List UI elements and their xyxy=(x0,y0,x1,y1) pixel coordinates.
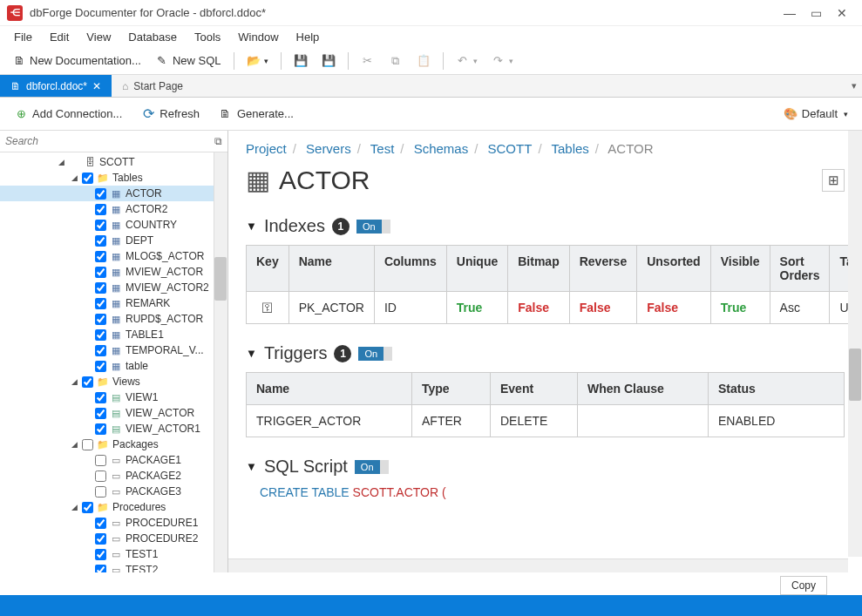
breadcrumb-servers[interactable]: Servers xyxy=(306,141,351,156)
tree-node[interactable]: ◢📁Procedures xyxy=(0,499,227,515)
expand-icon[interactable]: ◢ xyxy=(69,173,79,182)
save-button[interactable]: 💾 xyxy=(288,51,313,71)
include-checkbox[interactable] xyxy=(95,235,106,247)
tree-node[interactable]: ▦MVIEW_ACTOR xyxy=(0,264,227,280)
layout-toggle-button[interactable]: ⊞ xyxy=(822,169,845,192)
tree-node[interactable]: ▭TEST2 xyxy=(0,562,227,572)
menu-help[interactable]: Help xyxy=(289,28,327,46)
search-input[interactable] xyxy=(0,132,208,151)
breadcrumb-schemas[interactable]: Schemas xyxy=(414,141,469,156)
expand-icon[interactable]: ◢ xyxy=(69,377,79,386)
include-checkbox[interactable] xyxy=(95,329,106,341)
cut-button[interactable]: ✂ xyxy=(356,51,380,71)
tree-node[interactable]: ▦COUNTRY xyxy=(0,217,227,233)
include-checkbox[interactable] xyxy=(95,486,106,498)
menu-edit[interactable]: Edit xyxy=(43,28,76,46)
new-documentation-button[interactable]: 🗎New Documentation... xyxy=(7,51,146,71)
tab-start-page[interactable]: ⌂ Start Page xyxy=(112,75,193,97)
tree-node[interactable]: ▦ACTOR xyxy=(0,186,227,201)
include-checkbox[interactable] xyxy=(95,314,106,325)
tree-node[interactable]: ▦DEPT xyxy=(0,233,227,248)
tree-node[interactable]: ◢📁Tables xyxy=(0,170,227,186)
include-checkbox[interactable] xyxy=(95,533,106,545)
expand-icon[interactable]: ◢ xyxy=(69,440,79,449)
menu-tools[interactable]: Tools xyxy=(187,28,227,46)
include-checkbox[interactable] xyxy=(95,251,106,262)
tree-node[interactable]: ◢🗄SCOTT xyxy=(0,154,227,170)
index-row[interactable]: ⚿ PK_ACTOR ID True False False False Tru… xyxy=(247,292,863,324)
new-sql-button[interactable]: ✎New SQL xyxy=(150,51,227,71)
tree-node[interactable]: ▭PROCEDURE1 xyxy=(0,515,227,531)
include-checkbox[interactable] xyxy=(95,298,106,309)
add-connection-button[interactable]: ⊕Add Connection... xyxy=(7,104,129,125)
close-tab-icon[interactable]: ✕ xyxy=(92,80,101,92)
include-checkbox[interactable] xyxy=(95,470,106,482)
tree-node[interactable]: ▤VIEW_ACTOR1 xyxy=(0,421,227,437)
include-checkbox[interactable] xyxy=(95,455,106,466)
menu-database[interactable]: Database xyxy=(121,28,184,46)
tree-node[interactable]: ▦RUPD$_ACTOR xyxy=(0,311,227,327)
tab-overflow-icon[interactable]: ▾ xyxy=(852,80,857,91)
breadcrumb-scott[interactable]: SCOTT xyxy=(488,141,533,156)
breadcrumb-test[interactable]: Test xyxy=(370,141,395,156)
tree-node[interactable]: ▦TEMPORAL_V... xyxy=(0,342,227,358)
tree-node[interactable]: ▦ACTOR2 xyxy=(0,201,227,217)
include-checkbox[interactable] xyxy=(95,361,106,372)
undo-button[interactable]: ↶▾ xyxy=(451,51,483,71)
tree-node[interactable]: ▦MLOG$_ACTOR xyxy=(0,248,227,264)
include-checkbox[interactable] xyxy=(95,282,106,294)
scrollbar-thumb[interactable] xyxy=(849,349,861,401)
collapse-indexes-icon[interactable]: ▼ xyxy=(246,220,257,233)
tree-node[interactable]: ▦TABLE1 xyxy=(0,327,227,342)
include-checkbox[interactable] xyxy=(95,549,106,560)
expand-icon[interactable]: ◢ xyxy=(69,503,79,511)
tree-scrollbar[interactable] xyxy=(214,152,227,572)
search-clone-icon[interactable]: ⧉ xyxy=(208,135,227,147)
include-checkbox[interactable] xyxy=(95,423,106,435)
copy-button[interactable]: Copy xyxy=(780,576,827,595)
maximize-button[interactable]: ▭ xyxy=(803,6,829,20)
tree-node[interactable]: ▭PACKAGE1 xyxy=(0,452,227,468)
copy-button[interactable]: ⧉ xyxy=(383,51,408,71)
sql-toggle[interactable]: On xyxy=(355,460,380,474)
include-checkbox[interactable] xyxy=(95,408,106,419)
tree-node[interactable]: ◢📁Views xyxy=(0,374,227,389)
include-checkbox[interactable] xyxy=(95,392,106,403)
menu-view[interactable]: View xyxy=(79,28,118,46)
theme-selector[interactable]: 🎨Default▾ xyxy=(777,104,855,125)
content-hscrollbar[interactable] xyxy=(228,558,848,572)
collapse-sql-icon[interactable]: ▼ xyxy=(246,460,257,473)
open-button[interactable]: 📂▾ xyxy=(241,51,274,71)
tree-node[interactable]: ▦REMARK xyxy=(0,295,227,311)
refresh-button[interactable]: ⟳Refresh xyxy=(134,104,207,125)
breadcrumb-tables[interactable]: Tables xyxy=(551,141,588,156)
include-checkbox[interactable] xyxy=(95,267,106,278)
tree-node[interactable]: ▤VIEW1 xyxy=(0,389,227,405)
tree-node[interactable]: ◢📁Packages xyxy=(0,437,227,452)
tree-node[interactable]: ▭PACKAGE2 xyxy=(0,468,227,484)
include-checkbox[interactable] xyxy=(82,502,93,513)
tab-dbforcl[interactable]: 🗎 dbforcl.ddoc* ✕ xyxy=(0,75,112,97)
trigger-row[interactable]: TRIGGER_ACTOR AFTER DELETE ENABLED xyxy=(247,405,845,437)
include-checkbox[interactable] xyxy=(95,345,106,356)
include-checkbox[interactable] xyxy=(95,188,106,200)
paste-button[interactable]: 📋 xyxy=(411,51,436,71)
menu-window[interactable]: Window xyxy=(231,28,285,46)
tree-node[interactable]: ▦table xyxy=(0,358,227,374)
triggers-toggle[interactable]: On xyxy=(358,347,383,361)
save-all-button[interactable]: 💾 xyxy=(316,51,341,71)
indexes-toggle[interactable]: On xyxy=(356,220,382,234)
redo-button[interactable]: ↷▾ xyxy=(486,51,519,71)
tree-node[interactable]: ▭TEST1 xyxy=(0,546,227,562)
include-checkbox[interactable] xyxy=(95,518,106,529)
collapse-triggers-icon[interactable]: ▼ xyxy=(246,347,257,360)
scrollbar-thumb[interactable] xyxy=(214,257,227,301)
minimize-button[interactable]: — xyxy=(777,6,803,20)
menu-file[interactable]: File xyxy=(7,28,39,46)
include-checkbox[interactable] xyxy=(82,173,93,184)
generate-button[interactable]: 🗎Generate... xyxy=(212,104,301,125)
include-checkbox[interactable] xyxy=(95,565,106,573)
tree-node[interactable]: ▦MVIEW_ACTOR2 xyxy=(0,280,227,295)
tree-node[interactable]: ▤VIEW_ACTOR xyxy=(0,405,227,421)
include-checkbox[interactable] xyxy=(95,220,106,231)
